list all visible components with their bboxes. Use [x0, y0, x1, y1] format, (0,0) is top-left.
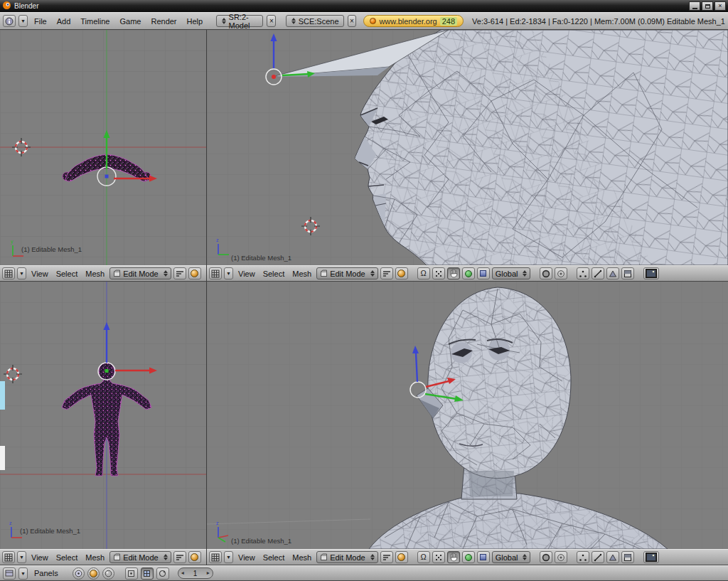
- blender-org-link[interactable]: www.blender.org 248: [363, 15, 464, 27]
- viewport-shading-button[interactable]: [188, 267, 201, 279]
- rotation-manipulator-button[interactable]: Ω: [417, 551, 430, 563]
- viewport-bottom-left[interactable]: z (1) Editable Mesh_1: [0, 282, 206, 549]
- snap-magnet-button[interactable]: [555, 267, 567, 279]
- object-context-button[interactable]: [102, 567, 114, 580]
- window-type-button[interactable]: [2, 551, 15, 563]
- close-button[interactable]: ×: [714, 1, 726, 11]
- render-image-icon: [646, 269, 657, 278]
- header-collapse-button[interactable]: ▼: [224, 267, 233, 279]
- menu-add[interactable]: Add: [53, 17, 75, 26]
- menu-select[interactable]: Select: [53, 553, 81, 562]
- viewport-bottom-right[interactable]: z (1) Editable Mesh_1: [207, 282, 728, 549]
- menu-select[interactable]: Select: [53, 270, 81, 278]
- scene-delete-button[interactable]: ×: [348, 15, 357, 27]
- updown-arrows-icon: [523, 270, 527, 277]
- layer-sort-button[interactable]: [380, 551, 393, 563]
- proportional-edit-button[interactable]: [540, 267, 552, 279]
- manipulator-scale-button[interactable]: [477, 551, 490, 563]
- physics-context-button[interactable]: [156, 567, 169, 580]
- menu-view[interactable]: View: [28, 270, 51, 278]
- minimize-button[interactable]: [689, 1, 700, 11]
- menu-mesh[interactable]: Mesh: [289, 270, 314, 278]
- menu-file[interactable]: File: [31, 17, 50, 26]
- logic-context-button[interactable]: [73, 567, 85, 580]
- edge-select-button[interactable]: [592, 267, 604, 279]
- face-select-button[interactable]: [606, 551, 619, 563]
- titlebar[interactable]: Blender ×: [0, 0, 728, 12]
- scene-context-button[interactable]: [141, 567, 154, 580]
- frame-number-stepper[interactable]: ◂ 1 ▸: [178, 567, 213, 579]
- scene-selector[interactable]: SCE:Scene: [286, 15, 344, 27]
- layer-sort-button[interactable]: [173, 551, 186, 563]
- header-collapse-button[interactable]: ▼: [18, 567, 28, 580]
- manipulator-scale-button[interactable]: [477, 267, 490, 279]
- manipulator-translate-button[interactable]: [462, 551, 475, 563]
- screen-selector[interactable]: SR:2-Model: [216, 15, 264, 27]
- viewport-shading-button[interactable]: [395, 267, 408, 279]
- occlude-geometry-button[interactable]: [621, 551, 634, 563]
- menu-select[interactable]: Select: [260, 553, 288, 562]
- updown-arrows-icon: [222, 18, 226, 24]
- orientation-dropdown[interactable]: Global: [492, 551, 531, 563]
- edit-mode-icon: [113, 553, 121, 561]
- manipulator-toggle-button[interactable]: [447, 267, 460, 279]
- snap-grid-button[interactable]: [432, 551, 445, 563]
- vertex-select-button[interactable]: [577, 551, 589, 563]
- menu-view[interactable]: View: [28, 553, 51, 562]
- snap-magnet-button[interactable]: [555, 551, 567, 563]
- window-type-button[interactable]: [3, 15, 16, 27]
- proportional-edit-button[interactable]: [540, 551, 552, 563]
- menu-mesh[interactable]: Mesh: [82, 270, 107, 278]
- viewport-shading-button[interactable]: [395, 551, 408, 563]
- header-collapse-button[interactable]: ▼: [17, 551, 26, 563]
- header-menu-toggle[interactable]: ▼: [18, 15, 28, 27]
- manipulator-translate-button[interactable]: [462, 267, 475, 279]
- mode-dropdown[interactable]: Edit Mode: [316, 267, 378, 279]
- menu-select[interactable]: Select: [260, 270, 288, 278]
- viewport-shading-button[interactable]: [188, 551, 201, 563]
- manipulator-toggle-button[interactable]: [447, 551, 460, 563]
- window-type-button[interactable]: [209, 551, 222, 563]
- snap-grid-button[interactable]: [432, 267, 445, 279]
- viewport-top-right[interactable]: z (1) Editable Mesh_1: [207, 30, 728, 265]
- window-type-button[interactable]: [2, 267, 15, 279]
- orientation-dropdown[interactable]: Global: [492, 267, 531, 279]
- editing-context-button[interactable]: [125, 567, 138, 580]
- stepper-right-icon[interactable]: ▸: [207, 570, 210, 576]
- menu-render[interactable]: Render: [147, 17, 180, 26]
- layer-sort-button[interactable]: [380, 267, 393, 279]
- viewport-top-left[interactable]: y (1) Editable Mesh_1: [0, 30, 206, 265]
- physics-icon: [159, 570, 166, 577]
- shading-sphere-icon: [191, 553, 198, 561]
- viewport-split-divider[interactable]: [206, 30, 207, 565]
- layer-sort-button[interactable]: [173, 267, 186, 279]
- shading-context-button[interactable]: [87, 567, 100, 580]
- maximize-button[interactable]: [702, 1, 713, 11]
- render-preview-button[interactable]: [643, 551, 659, 563]
- svg-text:y: y: [11, 239, 14, 245]
- render-preview-button[interactable]: [643, 267, 659, 279]
- material-sphere-icon: [90, 570, 97, 577]
- updown-arrows-icon: [164, 554, 168, 560]
- face-select-button[interactable]: [606, 267, 619, 279]
- rotation-manipulator-button[interactable]: Ω: [417, 267, 430, 279]
- menu-mesh[interactable]: Mesh: [82, 553, 107, 562]
- edge-select-button[interactable]: [592, 551, 604, 563]
- screen-delete-button[interactable]: ×: [267, 15, 276, 27]
- mode-dropdown[interactable]: Edit Mode: [109, 551, 171, 563]
- window-type-button[interactable]: [209, 267, 222, 279]
- menu-timeline[interactable]: Timeline: [77, 17, 113, 26]
- menu-mesh[interactable]: Mesh: [289, 553, 314, 562]
- header-collapse-button[interactable]: ▼: [224, 551, 233, 563]
- menu-game[interactable]: Game: [116, 17, 144, 26]
- header-collapse-button[interactable]: ▼: [17, 267, 26, 279]
- menu-view[interactable]: View: [235, 270, 258, 278]
- panels-menu[interactable]: Panels: [31, 569, 62, 577]
- menu-help[interactable]: Help: [183, 17, 207, 26]
- buttons-window-type-button[interactable]: [3, 567, 16, 580]
- mode-dropdown[interactable]: Edit Mode: [109, 267, 171, 279]
- occlude-geometry-button[interactable]: [621, 267, 634, 279]
- menu-view[interactable]: View: [235, 553, 258, 562]
- mode-dropdown[interactable]: Edit Mode: [316, 551, 378, 563]
- vertex-select-button[interactable]: [577, 267, 589, 279]
